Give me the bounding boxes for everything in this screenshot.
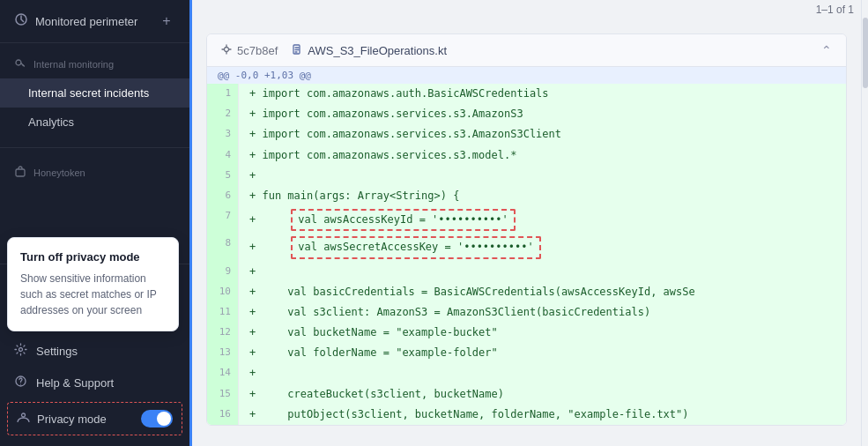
tooltip-title: Turn off privacy mode xyxy=(20,250,166,264)
privacy-mode-toggle[interactable] xyxy=(141,410,173,427)
sensitive-value-7: val awsAccessKeyId = '••••••••••' xyxy=(291,209,515,231)
file-icon xyxy=(292,44,302,57)
sidebar: Monitored perimeter + Internal monitorin… xyxy=(0,0,189,446)
sidebar-header: Monitored perimeter + xyxy=(0,0,189,43)
diff-line-sensitive-7: 7 + val awsAccessKeyId = '••••••••••' xyxy=(207,206,846,234)
honeytoken-section: Honeytoken xyxy=(0,152,189,194)
honeytoken-label: Honeytoken xyxy=(0,159,189,187)
privacy-mode-item[interactable]: Privacy mode xyxy=(7,402,182,435)
diff-header-line: @@ -0,0 +1,03 @@ xyxy=(207,67,846,84)
diff-line: 5 + xyxy=(207,166,846,186)
code-block-header: 5c7b8ef AWS_S3_FileOperations.kt ⌃ xyxy=(207,34,846,67)
code-block-header-left: 5c7b8ef AWS_S3_FileOperations.kt xyxy=(221,44,447,57)
internal-monitoring-label: Internal monitoring xyxy=(0,50,189,78)
sidebar-header-title: Monitored perimeter xyxy=(35,15,137,28)
monitored-perimeter-icon xyxy=(14,12,28,30)
privacy-mode-tooltip: Turn off privacy mode Show sensitive inf… xyxy=(7,237,179,331)
diff-line: 4 + import com.amazonaws.services.s3.mod… xyxy=(207,145,846,166)
diff-line: 2 + import com.amazonaws.services.s3.Ama… xyxy=(207,104,846,124)
add-button[interactable]: + xyxy=(158,12,175,30)
pagination-info: 1–1 of 1 xyxy=(192,0,861,23)
svg-rect-2 xyxy=(16,169,25,176)
privacy-mode-icon xyxy=(17,411,30,427)
sidebar-header-left: Monitored perimeter xyxy=(14,12,137,30)
gear-icon xyxy=(14,343,27,359)
scrollbar-thumb[interactable] xyxy=(863,18,868,88)
diff-line: 10 + val basicCredentials = BasicAWSCred… xyxy=(207,282,846,302)
sidebar-item-help-support[interactable]: Help & Support xyxy=(0,367,189,398)
svg-point-7 xyxy=(20,383,21,384)
diff-line: 1 + import com.amazonaws.auth.BasicAWSCr… xyxy=(207,84,846,104)
svg-point-5 xyxy=(19,348,23,352)
commit-hash: 5c7b8ef xyxy=(221,44,278,57)
diff-line: 11 + val s3client: AmazonS3 = AmazonS3Cl… xyxy=(207,302,846,323)
diff-line: 14 + xyxy=(207,363,846,383)
honeytoken-icon xyxy=(14,166,26,180)
diff-line: 6 + fun main(args: Array<String>) { xyxy=(207,186,846,206)
key-icon xyxy=(14,57,26,71)
help-icon xyxy=(14,375,27,390)
internal-monitoring-section: Internal monitoring Internal secret inci… xyxy=(0,43,189,144)
sidebar-item-internal-secret-incidents[interactable]: Internal secret incidents xyxy=(0,78,189,108)
code-viewer-container[interactable]: 5c7b8ef AWS_S3_FileOperations.kt ⌃ xyxy=(192,23,861,446)
diff-line: 13 + val folderName = "example-folder" xyxy=(207,343,846,363)
diff-line-sensitive-8: 8 + val awsSecretAccessKey = '••••••••••… xyxy=(207,234,846,261)
tooltip-body: Show sensitive information such as secre… xyxy=(20,271,166,318)
commit-icon xyxy=(221,44,232,57)
diff-line: 15 + createBucket(s3client, bucketName) xyxy=(207,384,846,405)
diff-line: 16 + putObject(s3client, bucketName, fol… xyxy=(207,405,846,425)
code-diff: @@ -0,0 +1,03 @@ 1 + import com.amazonaw… xyxy=(207,67,846,425)
file-name: AWS_S3_FileOperations.kt xyxy=(292,44,447,57)
main-content: 1–1 of 1 5c7b8ef xyxy=(192,0,861,446)
sidebar-divider-1 xyxy=(0,147,189,148)
code-block: 5c7b8ef AWS_S3_FileOperations.kt ⌃ xyxy=(206,33,847,426)
diff-line: 3 + import com.amazonaws.services.s3.Ama… xyxy=(207,124,846,145)
collapse-button[interactable]: ⌃ xyxy=(821,43,832,57)
scrollbar-track[interactable] xyxy=(861,0,868,446)
diff-line: 12 + val bucketName = "example-bucket" xyxy=(207,323,846,343)
privacy-mode-label: Privacy mode xyxy=(37,413,134,426)
sensitive-value-8: val awsSecretAccessKey = '••••••••••' xyxy=(291,236,540,258)
sidebar-item-analytics[interactable]: Analytics xyxy=(0,108,189,137)
svg-point-8 xyxy=(22,413,26,417)
diff-line: 9 + xyxy=(207,262,846,282)
sidebar-item-settings[interactable]: Settings xyxy=(0,335,189,367)
svg-point-9 xyxy=(225,47,229,51)
